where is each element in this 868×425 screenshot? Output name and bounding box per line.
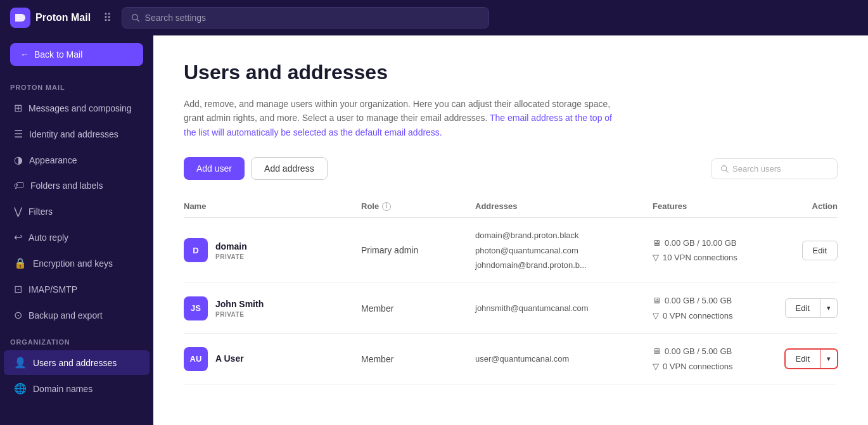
logo-area: Proton Mail <box>10 8 91 28</box>
user-cell-auser: AU A User <box>184 347 361 371</box>
table-row: D domain PRIVATE Primary admin domain@br… <box>184 218 838 283</box>
sidebar-item-backup[interactable]: ⊙ Backup and export <box>4 303 150 327</box>
proton-section-label: PROTON MAIL <box>0 73 153 95</box>
role-john: Member <box>361 303 475 314</box>
logo-text: Proton Mail <box>35 12 91 23</box>
col-header-features: Features <box>653 201 779 211</box>
vpn-icon: ▽ <box>653 250 659 265</box>
features-john: 🖥 0.00 GB / 5.00 GB ▽ 0 VPN connections <box>653 293 779 323</box>
sidebar-item-label: Messages and composing <box>29 103 132 113</box>
badge-domain: PRIVATE <box>215 253 247 260</box>
user-cell-domain: D domain PRIVATE <box>184 238 361 262</box>
sidebar-item-label: Identity and addresses <box>29 129 118 139</box>
table-row: JS John Smith PRIVATE Member johnsmith@q… <box>184 283 838 334</box>
sidebar-item-users[interactable]: 👤 Users and addresses <box>4 350 150 375</box>
edit-john-dropdown[interactable]: ▾ <box>820 298 838 318</box>
search-users-placeholder: Search users <box>732 164 781 174</box>
search-users-input[interactable]: Search users <box>711 158 838 179</box>
role-info-icon[interactable]: i <box>382 202 391 211</box>
role-domain: Primary admin <box>361 245 475 255</box>
edit-group-auser: Edit ▾ <box>785 349 838 369</box>
sidebar-item-filters[interactable]: ⋁ Filters <box>4 199 150 224</box>
action-domain: Edit <box>779 241 838 260</box>
identity-icon: ☰ <box>14 128 23 140</box>
user-cell-john: JS John Smith PRIVATE <box>184 296 361 320</box>
messages-icon: ⊞ <box>14 102 22 114</box>
username-auser: A User <box>215 353 244 364</box>
badge-john: PRIVATE <box>215 311 264 318</box>
edit-john-button[interactable]: Edit <box>785 298 820 318</box>
col-header-addresses: Addresses <box>475 201 653 211</box>
sidebar-item-label: Encryption and keys <box>33 258 113 269</box>
vpn-icon: ▽ <box>653 308 659 323</box>
addresses-auser: user@quantumcanal.com <box>475 352 653 366</box>
sidebar-item-identity[interactable]: ☰ Identity and addresses <box>4 122 150 146</box>
addresses-john: johnsmith@quantumcanal.com <box>475 301 653 315</box>
action-john: Edit ▾ <box>779 298 838 318</box>
add-address-button[interactable]: Add address <box>251 157 328 180</box>
svg-line-2 <box>137 20 139 22</box>
username-domain: domain <box>215 241 247 251</box>
avatar-john: JS <box>184 296 208 320</box>
edit-auser-dropdown[interactable]: ▾ <box>820 349 838 369</box>
content-area: Users and addresses Add, remove, and man… <box>153 35 868 425</box>
col-header-role: Role i <box>361 201 475 211</box>
back-arrow-icon: ← <box>20 49 29 60</box>
filters-icon: ⋁ <box>14 205 22 217</box>
storage-icon: 🖥 <box>653 293 661 308</box>
features-auser: 🖥 0.00 GB / 5.00 GB ▽ 0 VPN connections <box>653 344 779 374</box>
sidebar-item-label: Domain names <box>33 384 93 394</box>
backup-icon: ⊙ <box>14 309 22 321</box>
sidebar-item-label: IMAP/SMTP <box>29 284 77 295</box>
search-icon <box>131 13 139 22</box>
search-settings-input[interactable] <box>145 13 480 23</box>
action-buttons: Add user Add address <box>184 157 328 180</box>
username-john: John Smith <box>215 299 264 309</box>
edit-domain-button[interactable]: Edit <box>802 241 838 260</box>
sidebar-item-appearance[interactable]: ◑ Appearance <box>4 148 150 172</box>
role-auser: Member <box>361 354 475 364</box>
topbar: Proton Mail ⠿ <box>0 0 868 35</box>
col-header-action: Action <box>779 201 838 211</box>
users-icon: 👤 <box>14 357 27 369</box>
search-users-icon <box>720 165 729 173</box>
edit-auser-button[interactable]: Edit <box>785 349 820 369</box>
sidebar-item-label: Backup and export <box>29 310 103 320</box>
toolbar: Add user Add address Search users <box>184 157 838 180</box>
page-description: Add, remove, and manage users within you… <box>184 97 615 139</box>
sidebar-item-label: Auto reply <box>29 232 68 243</box>
page-title: Users and addresses <box>184 61 838 84</box>
proton-logo-icon <box>10 8 30 28</box>
vpn-icon: ▽ <box>653 359 659 374</box>
sidebar-item-label: Folders and labels <box>30 181 103 191</box>
sidebar-item-encryption[interactable]: 🔒 Encryption and keys <box>4 251 150 276</box>
org-section-label: ORGANIZATION <box>0 328 153 350</box>
autoreply-icon: ↩ <box>14 231 22 243</box>
grid-icon[interactable]: ⠿ <box>103 11 112 25</box>
sidebar-item-label: Filters <box>29 206 53 217</box>
add-user-button[interactable]: Add user <box>184 157 245 180</box>
avatar-domain: D <box>184 238 208 262</box>
table-header: Name Role i Addresses Features Action <box>184 195 838 218</box>
search-bar[interactable] <box>122 7 489 29</box>
sidebar-item-label: Appearance <box>29 155 77 165</box>
table-row: AU A User Member user@quantumcanal.com 🖥… <box>184 334 838 384</box>
svg-line-4 <box>726 170 728 172</box>
sidebar: ← Back to Mail PROTON MAIL ⊞ Messages an… <box>0 35 153 425</box>
storage-icon: 🖥 <box>653 236 661 250</box>
edit-group-john: Edit ▾ <box>785 298 838 318</box>
imap-icon: ⊡ <box>14 283 22 295</box>
back-to-mail-button[interactable]: ← Back to Mail <box>10 43 143 66</box>
encryption-icon: 🔒 <box>14 257 27 269</box>
sidebar-item-autoreply[interactable]: ↩ Auto reply <box>4 225 150 250</box>
sidebar-item-folders[interactable]: 🏷 Folders and labels <box>4 174 150 198</box>
domains-icon: 🌐 <box>14 383 27 395</box>
sidebar-item-messages[interactable]: ⊞ Messages and composing <box>4 96 150 120</box>
addresses-domain: domain@brand.proton.black photon@quantum… <box>475 228 653 272</box>
avatar-auser: AU <box>184 347 208 371</box>
col-header-name: Name <box>184 201 361 211</box>
sidebar-item-domains[interactable]: 🌐 Domain names <box>4 376 150 401</box>
sidebar-item-imap[interactable]: ⊡ IMAP/SMTP <box>4 277 150 301</box>
sidebar-item-label: Users and addresses <box>33 358 117 368</box>
main-layout: ← Back to Mail PROTON MAIL ⊞ Messages an… <box>0 35 868 425</box>
